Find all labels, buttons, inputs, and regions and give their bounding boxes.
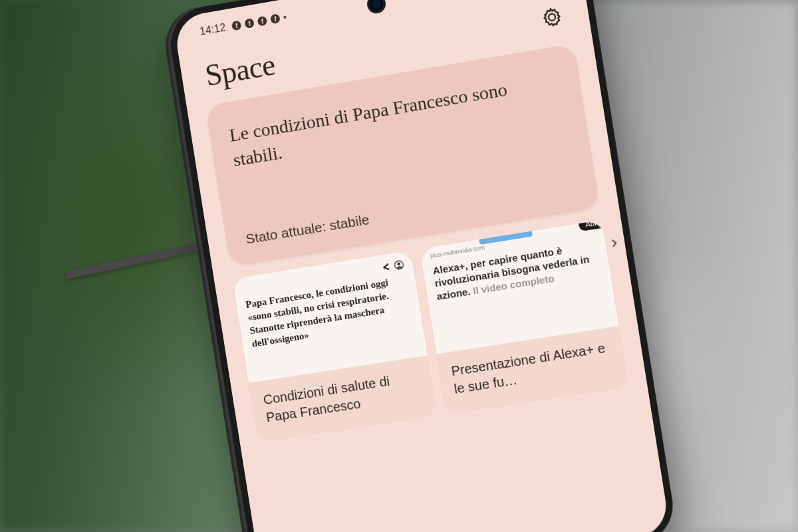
news-card-1[interactable]: Papa Francesco, le condizioni oggi «sono… bbox=[232, 250, 436, 441]
svg-point-4 bbox=[397, 262, 400, 265]
phone-device: 14:12 f f f f bbox=[166, 0, 678, 532]
account-icon bbox=[394, 259, 404, 270]
status-time: 14:12 bbox=[199, 21, 226, 37]
phone-screen: 14:12 f f f f bbox=[173, 0, 671, 532]
gear-icon bbox=[541, 5, 564, 29]
page-title: Space bbox=[203, 47, 277, 94]
phone-body: 14:12 f f f f bbox=[166, 0, 678, 532]
more-dot-icon bbox=[283, 15, 287, 19]
facebook-icon: f bbox=[244, 18, 255, 29]
settings-button[interactable] bbox=[538, 3, 566, 31]
share-icon bbox=[380, 261, 391, 272]
more-chevron[interactable] bbox=[607, 236, 622, 253]
chevron-right-icon bbox=[607, 236, 621, 250]
news-card-2[interactable]: Abrir plus-multimedia.com Alexa+, per ca… bbox=[420, 219, 628, 413]
facebook-icon: f bbox=[231, 20, 242, 31]
status-app-icons: f f f f bbox=[231, 13, 287, 31]
facebook-icon: f bbox=[257, 16, 268, 27]
facebook-icon: f bbox=[270, 13, 281, 24]
